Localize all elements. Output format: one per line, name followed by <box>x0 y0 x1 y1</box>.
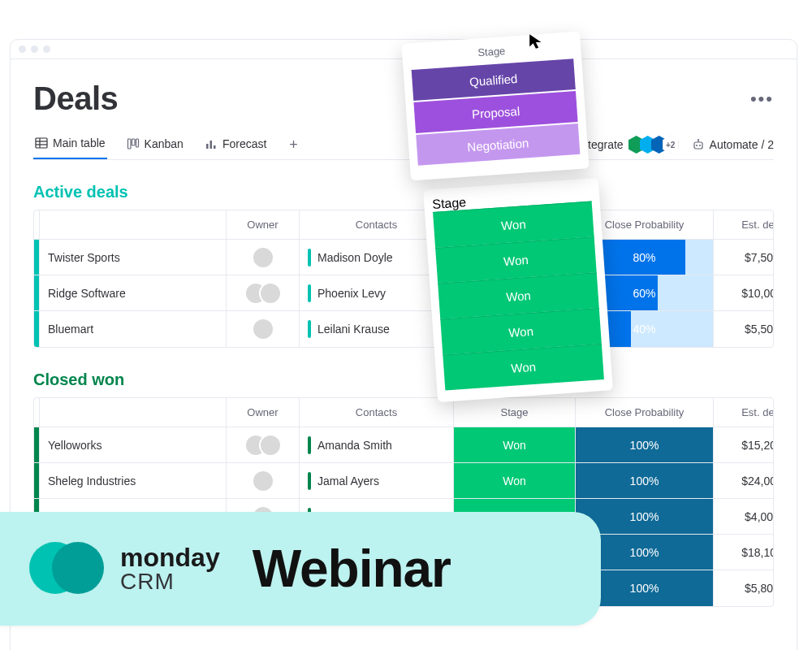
col-stage[interactable]: Stage <box>453 398 575 427</box>
close-probability-cell[interactable]: 100% <box>575 463 713 498</box>
avatar <box>259 434 282 457</box>
tab-kanban[interactable]: Kanban <box>125 131 185 158</box>
contact-name: Jamal Ayers <box>317 474 379 488</box>
est-deal-cell[interactable]: $24,000 <box>713 463 774 498</box>
col-owner[interactable]: Owner <box>226 210 299 239</box>
deal-name-cell[interactable]: Yelloworks <box>39 427 226 462</box>
chart-icon <box>205 137 218 150</box>
stage-options-popover: Stage QualifiedProposalNegotiation <box>401 32 589 181</box>
contact-name: Madison Doyle <box>317 251 393 264</box>
avatar <box>252 246 274 269</box>
contact-color-bar <box>308 320 311 338</box>
deal-name-cell[interactable]: Twister Sports <box>39 240 226 275</box>
cursor-icon <box>528 32 546 50</box>
tab-main-table[interactable]: Main table <box>33 130 107 159</box>
contact-color-bar <box>308 472 311 490</box>
avatar <box>259 282 282 305</box>
brand-line1: monday <box>120 544 220 570</box>
contact-cell[interactable]: Jamal Ayers <box>299 463 453 498</box>
table-row[interactable]: Twister Sports Madison Doyle Qualified 8… <box>34 240 773 275</box>
col-est-deal[interactable]: Est. deal <box>713 398 774 427</box>
window-dot <box>19 46 26 53</box>
monday-crm-logo-icon <box>29 534 102 604</box>
owner-cell[interactable] <box>226 463 299 498</box>
est-deal-cell[interactable]: $15,200 <box>713 427 774 462</box>
svg-rect-9 <box>214 145 216 149</box>
kanban-icon <box>127 137 140 150</box>
table-icon <box>35 136 48 150</box>
automate-button[interactable]: Automate / 2 <box>692 138 774 151</box>
contact-color-bar <box>308 249 311 266</box>
stage-cell[interactable]: Won <box>453 463 575 498</box>
svg-rect-6 <box>136 139 138 147</box>
webinar-banner: monday CRM Webinar <box>0 512 601 626</box>
table-header: Owner Contacts Stage Close Probability E… <box>34 398 773 427</box>
group-title[interactable]: Active deals <box>33 183 128 202</box>
contact-color-bar <box>308 284 311 302</box>
svg-rect-4 <box>127 139 131 149</box>
col-owner[interactable]: Owner <box>226 398 299 427</box>
svg-rect-5 <box>132 139 135 145</box>
table-header: Owner Contacts Stage Close Probability E… <box>34 210 773 240</box>
avatar <box>252 318 274 340</box>
svg-rect-8 <box>209 141 212 149</box>
est-deal-cell[interactable]: $5,800 <box>713 570 774 606</box>
est-deal-cell[interactable]: $18,100 <box>713 535 774 570</box>
integrate-button[interactable]: Integrate +2 <box>578 136 678 154</box>
group-active-deals: Active deals Owner Contacts Stage Close … <box>33 183 774 348</box>
robot-icon <box>692 138 705 151</box>
contact-color-bar <box>308 436 311 454</box>
svg-rect-7 <box>206 144 209 149</box>
tab-label: Kanban <box>145 137 184 150</box>
window-dot <box>43 46 50 53</box>
owner-cell[interactable] <box>226 311 299 347</box>
est-deal-cell[interactable]: $5,500 <box>713 311 774 347</box>
svg-point-11 <box>696 145 698 146</box>
est-deal-cell[interactable]: $4,000 <box>713 499 774 534</box>
tab-label: Forecast <box>222 137 266 150</box>
banner-title: Webinar <box>253 539 451 599</box>
brand-line2: CRM <box>120 570 220 593</box>
col-contacts[interactable]: Contacts <box>299 398 453 427</box>
deal-name-cell[interactable]: Ridge Software <box>39 275 226 310</box>
brand-name: monday CRM <box>120 544 220 593</box>
add-view-button[interactable]: + <box>286 136 301 154</box>
est-deal-cell[interactable]: $7,500 <box>713 240 774 275</box>
stage-cell[interactable]: Won <box>453 427 575 462</box>
deal-name-cell[interactable]: Bluemart <box>39 311 226 347</box>
contact-name: Amanda Smith <box>317 439 392 452</box>
table-row[interactable]: Sheleg Industries Jamal Ayers Won 100% $… <box>34 463 773 499</box>
contact-cell[interactable]: Leilani Krause <box>299 311 453 347</box>
app-icon-more: +2 <box>663 136 679 154</box>
owner-cell[interactable] <box>226 240 299 275</box>
contact-name: Phoenix Levy <box>317 287 386 300</box>
avatar <box>252 470 274 492</box>
col-close-probability[interactable]: Close Probability <box>575 398 713 427</box>
close-probability-cell[interactable]: 100% <box>575 427 713 462</box>
more-options-button[interactable]: ••• <box>750 89 774 110</box>
deal-name-cell[interactable]: Sheleg Industries <box>39 463 226 498</box>
group-title[interactable]: Closed won <box>33 370 124 389</box>
est-deal-cell[interactable]: $10,000 <box>713 275 774 310</box>
svg-point-12 <box>699 145 701 146</box>
table-row[interactable]: Ridge Software Phoenix Levy Proposal 60%… <box>34 275 773 311</box>
view-tabs: Main table Kanban Forecast + Integrate <box>33 130 774 160</box>
owner-cell[interactable] <box>226 427 299 462</box>
table-row[interactable]: Bluemart Leilani Krause Negotiation 40% … <box>34 311 773 347</box>
deals-table-active: Owner Contacts Stage Close Probability E… <box>33 210 774 348</box>
page-title: Deals <box>33 80 118 117</box>
col-est-deal[interactable]: Est. deal <box>713 210 774 239</box>
table-row[interactable]: Yelloworks Amanda Smith Won 100% $15,200 <box>34 427 773 463</box>
svg-rect-10 <box>694 142 702 149</box>
svg-point-14 <box>698 139 699 141</box>
stage-won-popover: Stage WonWonWonWonWon <box>423 178 613 402</box>
contact-name: Leilani Krause <box>317 323 390 336</box>
owner-cell[interactable] <box>226 275 299 310</box>
svg-rect-0 <box>36 138 47 148</box>
integration-icons: +2 <box>628 136 679 154</box>
contact-cell[interactable]: Amanda Smith <box>299 427 453 462</box>
window-dot <box>31 46 38 53</box>
automate-label: Automate / 2 <box>710 138 774 151</box>
tab-label: Main table <box>53 136 106 150</box>
tab-forecast[interactable]: Forecast <box>203 131 268 158</box>
